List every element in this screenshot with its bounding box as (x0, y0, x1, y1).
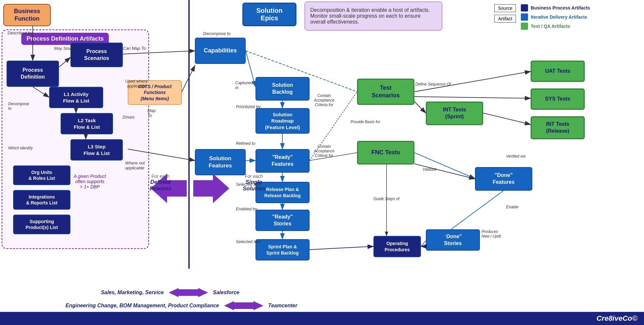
done-features-box: "Done" Features (475, 167, 532, 191)
produces-label: Produces New / Updt (482, 229, 501, 239)
legend-dark-blue-box (521, 4, 528, 11)
l2-task-box: L2 Task Flow & List (61, 113, 113, 134)
main-container: Business Function Solution Epics Decompo… (0, 0, 644, 325)
large-arrow-right (193, 174, 229, 204)
svg-marker-35 (188, 288, 208, 297)
map-to-label: Map To (147, 108, 156, 118)
capabilities-box: Capabilities (195, 38, 246, 64)
artifact-label: Artifact (494, 15, 516, 23)
svg-marker-36 (224, 301, 244, 310)
provide-basis-label: Provide Basis for (350, 120, 380, 124)
process-scenarios-box: Process Scenarios (70, 43, 123, 67)
double-arrow-2 (224, 301, 263, 310)
ready-stories-box: "Ready" Stories (256, 210, 310, 231)
bottom-bar: Cre8iveCo© (0, 312, 644, 325)
validate-label: Validate (423, 167, 437, 172)
test-scenarios-box: Test Scenarios (357, 79, 414, 105)
contain-acceptance-2-label: Contain Acceptance Criteria for (314, 144, 334, 158)
decompose-to-label: Decompose to (203, 31, 231, 36)
which-identify-label: Which identify (8, 146, 33, 150)
legend-business-process-label: Business Process Artifacts (531, 5, 590, 10)
legend-test-qa-label: Test / QA Artifacts (531, 24, 570, 29)
described-by-label: Described by (8, 30, 32, 35)
solution-epics-label: Solution Epics (256, 7, 283, 22)
example2-right: Teamcenter (268, 303, 297, 309)
svg-marker-33 (193, 174, 229, 203)
decompose-to2-label: Decompose to (8, 102, 29, 111)
solution-features-box: Solution Features (195, 149, 246, 175)
legend-labels: Source Artifact (494, 4, 516, 23)
legend-area: Source Artifact Business Process Artifac… (492, 2, 642, 30)
example1-left: Sales, Marketing, Service (66, 290, 164, 296)
refined-to-label: Refined to (236, 141, 255, 146)
selected-into-2-label: Selected Into (236, 239, 261, 244)
operating-procedures-box: Operating Procedures (373, 236, 421, 257)
legend-iterative-delivery-label: Iterative Delivery Artifacts (531, 14, 587, 20)
define-sequence-label: Define Sequence Of (415, 82, 451, 86)
ready-features-box: "Ready" Features (256, 149, 310, 173)
enabled-by-label: Enabled by (236, 206, 257, 211)
l1-activity-box: L1 Activity Flow & List (49, 87, 103, 108)
solution-backlog-box: Solution Backlog (256, 77, 310, 101)
business-function-box: Business Function (3, 4, 51, 26)
legend-green-box (521, 23, 528, 30)
uat-tests-box: UAT Tests (531, 61, 585, 82)
double-arrow-1 (169, 288, 208, 297)
can-map-to-label: Can Map To (123, 46, 146, 51)
brand-label: Cre8iveCo© (597, 314, 637, 323)
example2-left: Engineering Change, BOM Management, Prod… (66, 303, 219, 309)
description-text: Decomposition & iteration enable a host … (310, 7, 437, 25)
may-source-label: May Source (54, 46, 77, 51)
sprint-plan-box: Sprint Plan & Sprint Backlog (256, 239, 310, 260)
captured-in-label: Captured in (235, 80, 253, 90)
contain-acceptance-1-label: Contain Acceptance Criteria for (314, 93, 334, 107)
svg-marker-34 (169, 288, 188, 297)
bottom-examples: Sales, Marketing, Service Salesforce Eng… (66, 288, 297, 310)
org-units-box: Org Units & Roles List (13, 165, 70, 185)
supporting-products-box: Supporting Product(s) List (13, 215, 70, 234)
prioritized-by-label: Prioritized by (236, 104, 260, 109)
legend-blue-box (521, 13, 528, 21)
for-each-single-solution: For each Single Solution (234, 174, 274, 192)
legend-iterative-delivery: Iterative Delivery Artifacts (521, 13, 590, 21)
legend-colors: Business Process Artifacts Iterative Del… (521, 4, 590, 30)
int-tests-release-box: INT Tests (Release) (531, 116, 585, 139)
sys-tests-box: SYS Tests (531, 88, 585, 110)
used-where-label: Used where applicable (125, 79, 148, 88)
description-box: Decomposition & iteration enable a host … (305, 2, 442, 30)
int-tests-sprint-box: INT Tests (Sprint) (426, 102, 483, 125)
solution-roadmap-box: Solution Roadmap (Feature Level) (256, 108, 310, 134)
done-stories-box: "Done" Stories (426, 229, 480, 251)
example-row-1: Sales, Marketing, Service Salesforce (66, 288, 297, 297)
integrations-box: Integrations & Reports List (13, 190, 70, 210)
enable-label: Enable (506, 205, 518, 209)
vertical-divider (188, 0, 190, 269)
product-note: A given Product often supports > 1+ DBP (74, 174, 106, 189)
process-definition-box: Process Definition (7, 61, 59, 87)
solution-epics-box: Solution Epics (242, 3, 296, 26)
source-label: Source (494, 4, 516, 12)
guide-steps-label: Guide Steps of (373, 197, 399, 201)
for-each-defined-process: For each Defined Process (141, 174, 180, 192)
business-function-label: Business Function (14, 8, 40, 23)
fnc-tests-box: FNC Tests (357, 141, 414, 164)
drives-label: Drives (123, 115, 135, 120)
legend-business-process: Business Process Artifacts (521, 4, 590, 11)
example1-right: Salesforce (213, 290, 239, 296)
legend-test-qa: Test / QA Artifacts (521, 23, 590, 30)
l3-step-box: L3 Step Flow & List (70, 139, 123, 161)
where-not-label: Where not applicable (125, 161, 145, 170)
example-row-2: Engineering Change, BOM Management, Prod… (66, 301, 297, 310)
verified-via-label: Verified via (506, 154, 525, 159)
svg-marker-37 (244, 301, 263, 310)
